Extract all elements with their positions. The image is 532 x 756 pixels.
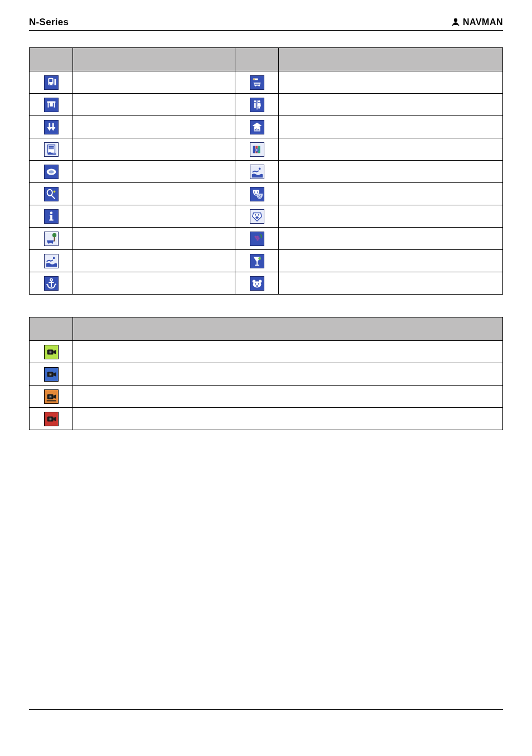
svg-point-33	[258, 167, 260, 170]
icon-cell	[235, 161, 279, 183]
label-cell	[73, 363, 503, 386]
svg-point-65	[256, 285, 258, 287]
label-cell	[73, 272, 235, 295]
brand-text: NAVMAN	[463, 17, 503, 27]
bus-station-icon	[44, 75, 59, 90]
svg-point-48	[52, 233, 56, 237]
icon-cell	[235, 272, 279, 295]
icon-cell	[235, 205, 279, 228]
svg-point-61	[252, 280, 255, 283]
svg-point-15	[254, 100, 256, 102]
table-row: abc	[30, 116, 503, 138]
table-row	[30, 138, 503, 161]
svg-point-42	[255, 214, 256, 215]
svg-rect-2	[49, 79, 52, 82]
icon-cell	[30, 116, 73, 138]
svg-rect-19	[257, 100, 257, 109]
svg-point-45	[48, 242, 50, 244]
svg-point-41	[50, 211, 52, 214]
svg-point-55	[52, 257, 55, 259]
icon-cell	[30, 341, 73, 363]
label-cell	[73, 205, 235, 228]
icon-cell	[235, 138, 279, 161]
table-row	[30, 183, 503, 205]
icon-cell	[30, 228, 73, 250]
label-cell	[279, 161, 503, 183]
col-header	[279, 48, 503, 71]
svg-point-38	[257, 191, 258, 192]
icon-cell	[30, 138, 73, 161]
icon-cell	[235, 250, 279, 272]
vet-icon	[250, 209, 264, 224]
svg-point-36	[53, 190, 55, 192]
col-header	[73, 48, 235, 71]
svg-rect-23	[49, 146, 54, 147]
brand-logo-icon	[451, 17, 461, 27]
car-facility-icon	[250, 75, 264, 90]
label-cell	[73, 116, 235, 138]
table-row	[30, 71, 503, 94]
camera-orange-icon	[44, 389, 59, 404]
zoo-icon	[250, 276, 264, 291]
label-cell	[73, 228, 235, 250]
theatre-icon	[250, 187, 264, 201]
label-cell	[279, 205, 503, 228]
svg-point-34	[47, 189, 52, 195]
svg-rect-30	[257, 149, 258, 152]
table-row	[30, 250, 503, 272]
svg-text:abc: abc	[254, 128, 260, 131]
label-cell	[73, 386, 503, 408]
svg-point-57	[50, 278, 52, 281]
svg-point-78	[49, 418, 50, 419]
table-row	[30, 94, 503, 116]
table-row	[30, 363, 503, 386]
svg-line-35	[51, 195, 55, 198]
restroom-icon	[250, 98, 264, 112]
label-cell	[279, 228, 503, 250]
svg-point-71	[49, 373, 50, 374]
library-icon	[250, 142, 264, 157]
icon-cell	[30, 183, 73, 205]
icon-cell	[30, 272, 73, 295]
svg-point-39	[257, 194, 258, 195]
svg-rect-26	[253, 146, 255, 153]
icon-cell	[235, 183, 279, 205]
svg-point-43	[258, 214, 259, 215]
label-cell	[73, 341, 503, 363]
svg-point-63	[255, 283, 256, 284]
bus-stop-icon	[44, 98, 59, 112]
svg-point-37	[254, 191, 255, 192]
svg-rect-5	[54, 79, 56, 85]
svg-rect-75	[46, 400, 56, 401]
table-row	[30, 228, 503, 250]
icon-cell	[30, 408, 73, 430]
scenic-drive-icon	[44, 232, 59, 246]
label-cell	[73, 71, 235, 94]
svg-point-46	[51, 242, 53, 244]
svg-rect-24	[49, 147, 54, 148]
col-header	[73, 317, 503, 341]
icon-cell	[30, 205, 73, 228]
svg-point-0	[454, 18, 457, 22]
document-icon	[44, 142, 59, 157]
svg-rect-12	[47, 103, 49, 107]
svg-point-56	[258, 257, 261, 260]
svg-point-9	[254, 85, 256, 86]
icon-cell	[30, 94, 73, 116]
svg-point-32	[49, 170, 54, 174]
svg-rect-13	[54, 103, 55, 107]
col-header	[30, 317, 73, 341]
swimming-icon	[250, 165, 264, 179]
table-row	[30, 408, 503, 430]
poi-icon-table: abc	[29, 47, 503, 295]
label-cell	[73, 138, 235, 161]
label-cell	[73, 408, 503, 430]
camera-blue-icon	[44, 367, 59, 382]
svg-rect-54	[260, 236, 262, 238]
icon-cell	[30, 71, 73, 94]
table-header-row	[30, 48, 503, 71]
table-row	[30, 205, 503, 228]
label-cell	[279, 272, 503, 295]
table-row	[30, 272, 503, 295]
icon-cell: abc	[235, 116, 279, 138]
